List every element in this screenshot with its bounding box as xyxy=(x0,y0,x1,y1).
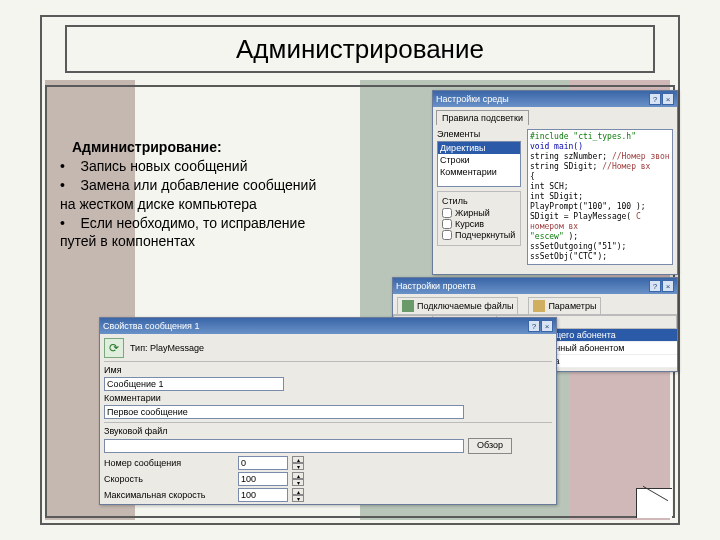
list-item[interactable]: Директивы xyxy=(438,142,520,154)
close-icon[interactable]: × xyxy=(541,320,553,332)
bullet-heading: Администрирование: xyxy=(72,138,400,157)
tab-highlight-rules[interactable]: Правила подсветки xyxy=(436,110,529,125)
message-properties-titlebar[interactable]: Свойства сообщения 1 ? × xyxy=(100,318,556,334)
spin-up-icon[interactable]: ▴ xyxy=(292,472,304,479)
env-settings-window: Настройки среды ? × Правила подсветки Эл… xyxy=(432,90,678,275)
slide-title: Администрирование xyxy=(65,25,655,73)
close-icon[interactable]: × xyxy=(662,93,674,105)
project-settings-title: Настройки проекта xyxy=(396,281,476,291)
spin-up-icon[interactable]: ▴ xyxy=(292,488,304,495)
spin-down-icon[interactable]: ▾ xyxy=(292,479,304,486)
msgnum-field[interactable]: 0 xyxy=(238,456,288,470)
spin-down-icon[interactable]: ▾ xyxy=(292,463,304,470)
checkbox-italic-input[interactable] xyxy=(442,219,452,229)
help-button[interactable]: ? xyxy=(649,93,661,105)
checkbox-italic[interactable]: Курсив xyxy=(442,219,516,229)
bullet-2-cont: на жестком диске компьютера xyxy=(60,195,400,214)
refresh-icon: ⟳ xyxy=(104,338,124,358)
env-settings-titlebar[interactable]: Настройки среды ? × xyxy=(433,91,677,107)
checkbox-bold-input[interactable] xyxy=(442,208,452,218)
bullet-2: • Замена или добавление сообщений xyxy=(60,176,400,195)
bullet-1: • Запись новых сообщений xyxy=(60,157,400,176)
comment-field[interactable]: Первое сообщение xyxy=(104,405,464,419)
style-group-label: Стиль xyxy=(442,196,516,206)
params-icon xyxy=(533,300,545,312)
spin-down-icon[interactable]: ▾ xyxy=(292,495,304,502)
message-properties-title: Свойства сообщения 1 xyxy=(103,321,199,331)
checkbox-bold[interactable]: Жирный xyxy=(442,208,516,218)
speed-field[interactable]: 100 xyxy=(238,472,288,486)
msgnum-label: Номер сообщения xyxy=(104,458,234,468)
project-settings-titlebar[interactable]: Настройки проекта ? × xyxy=(393,278,677,294)
close-icon[interactable]: × xyxy=(662,280,674,292)
type-label: Тип: PlayMessage xyxy=(130,343,204,353)
style-group: Стиль Жирный Курсив Подчеркнутый xyxy=(437,191,521,246)
bullet-3: • Если необходимо, то исправление xyxy=(60,214,400,233)
maxspeed-label: Максимальная скорость xyxy=(104,490,234,500)
elements-listbox[interactable]: Директивы Строки Комментарии xyxy=(437,141,521,187)
list-item[interactable]: Комментарии xyxy=(438,166,520,178)
slide-title-text: Администрирование xyxy=(236,34,484,65)
bullet-list: Администрирование: • Запись новых сообще… xyxy=(60,138,400,251)
help-button[interactable]: ? xyxy=(528,320,540,332)
env-settings-title: Настройки среды xyxy=(436,94,509,104)
speed-label: Скорость xyxy=(104,474,234,484)
browse-button[interactable]: Обзор xyxy=(468,438,512,454)
maxspeed-field[interactable]: 100 xyxy=(238,488,288,502)
code-preview: #include "cti_types.h" void main() strin… xyxy=(527,129,673,265)
comment-label: Комментарии xyxy=(104,393,552,403)
tab-include-files[interactable]: Подключаемые файлы xyxy=(397,297,518,314)
spin-up-icon[interactable]: ▴ xyxy=(292,456,304,463)
files-icon xyxy=(402,300,414,312)
file-field[interactable] xyxy=(104,439,464,453)
page-fold-icon xyxy=(636,488,672,518)
file-label: Звуковой файл xyxy=(104,426,552,436)
name-label: Имя xyxy=(104,365,552,375)
bullet-3-cont: путей в компонентах xyxy=(60,232,400,251)
message-properties-window: Свойства сообщения 1 ? × ⟳ Тип: PlayMess… xyxy=(99,317,557,505)
checkbox-underline-input[interactable] xyxy=(442,230,452,240)
help-button[interactable]: ? xyxy=(649,280,661,292)
elements-label: Элементы xyxy=(437,129,523,139)
checkbox-underline[interactable]: Подчеркнутый xyxy=(442,230,516,240)
list-item[interactable]: Строки xyxy=(438,154,520,166)
name-field[interactable]: Сообщение 1 xyxy=(104,377,284,391)
tab-parameters[interactable]: Параметры xyxy=(528,297,601,314)
